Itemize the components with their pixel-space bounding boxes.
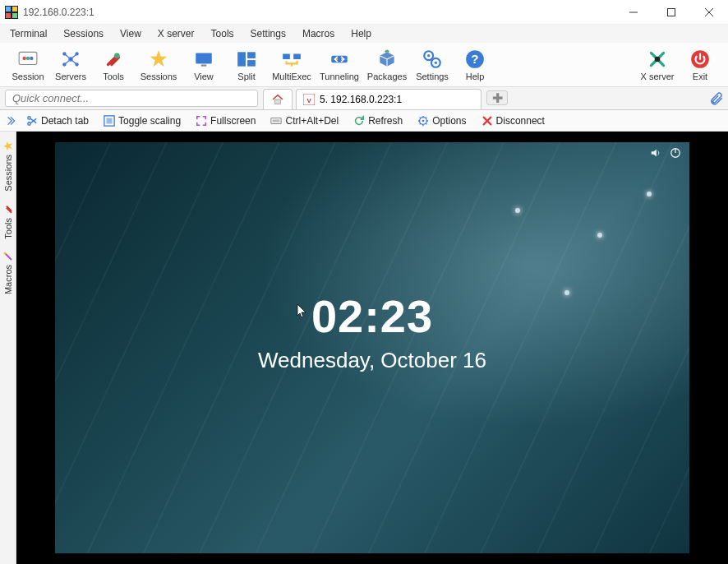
svg-rect-21 <box>237 52 246 66</box>
quick-connect-input[interactable] <box>5 90 258 107</box>
tool-label: Help <box>466 72 485 81</box>
main-area: Sessions Tools Macros 02:23 Wednesday, O… <box>0 132 728 564</box>
new-tab-button[interactable]: ✚ <box>486 90 508 105</box>
refresh-button[interactable]: Refresh <box>347 113 409 128</box>
menu-tools[interactable]: Tools <box>203 26 242 41</box>
svg-rect-42 <box>271 118 281 123</box>
tool-label: Settings <box>416 72 449 81</box>
ctrl-alt-del-button[interactable]: Ctrl+Alt+Del <box>264 113 345 128</box>
tool-multiexec[interactable]: MultiExec <box>268 49 316 81</box>
tool-label: MultiExec <box>272 72 311 81</box>
session-icon <box>17 49 39 70</box>
tool-xserver[interactable]: X server <box>636 49 679 81</box>
action-label: Ctrl+Alt+Del <box>285 115 339 127</box>
remote-cursor <box>297 303 308 318</box>
menu-settings[interactable]: Settings <box>242 26 294 41</box>
scissors-icon <box>26 115 38 127</box>
tool-help[interactable]: ?Help <box>454 49 496 81</box>
side-tab-sessions[interactable]: Sessions <box>2 135 15 198</box>
star-icon <box>3 141 13 151</box>
tool-exit[interactable]: Exit <box>679 49 721 81</box>
svg-point-12 <box>30 56 33 59</box>
svg-rect-23 <box>247 60 256 67</box>
svg-point-10 <box>23 56 26 59</box>
side-tabs: Sessions Tools Macros <box>0 132 16 564</box>
svg-rect-20 <box>201 64 207 66</box>
power-icon[interactable] <box>670 147 681 159</box>
tool-label: Split <box>237 72 255 81</box>
session-tab[interactable]: V 5. 192.168.0.223:1 <box>296 89 481 109</box>
action-label: Fullscreen <box>210 115 256 127</box>
toggle-scaling-button[interactable]: Toggle scaling <box>97 113 187 128</box>
side-tab-tools[interactable]: Tools <box>2 198 15 246</box>
menu-terminal[interactable]: Terminal <box>2 26 55 41</box>
svg-rect-35 <box>275 99 281 104</box>
svg-point-39 <box>28 122 31 125</box>
svg-point-30 <box>435 61 437 63</box>
scaling-icon <box>104 115 115 127</box>
svg-point-11 <box>26 56 30 59</box>
menu-xserver[interactable]: X server <box>150 26 203 41</box>
volume-icon[interactable] <box>650 147 661 159</box>
power-icon <box>689 49 711 70</box>
packages-icon <box>376 49 398 70</box>
menu-sessions[interactable]: Sessions <box>55 26 112 41</box>
session-tab-label: 5. 192.168.0.223:1 <box>320 94 402 105</box>
action-label: Disconnect <box>496 115 545 127</box>
tool-tunneling[interactable]: Tunneling <box>316 49 363 81</box>
action-label: Toggle scaling <box>118 115 181 127</box>
tool-label: Exit <box>693 72 707 81</box>
tool-packages[interactable]: Packages <box>363 49 411 81</box>
minimize-button[interactable] <box>615 0 652 24</box>
tool-settings[interactable]: Settings <box>411 49 454 81</box>
tool-servers[interactable]: Servers <box>49 49 92 81</box>
menu-view[interactable]: View <box>112 26 150 41</box>
clock-date: Wednesday, October 16 <box>258 348 486 373</box>
action-label: Refresh <box>368 115 403 127</box>
tool-label: Sessions <box>141 72 177 81</box>
attach-button[interactable] <box>705 87 728 109</box>
split-icon <box>236 49 257 70</box>
tool-label: View <box>194 72 214 81</box>
svg-text:?: ? <box>471 52 478 66</box>
svg-rect-26 <box>331 55 348 62</box>
app-icon <box>5 6 18 19</box>
tool-sessions[interactable]: Sessions <box>135 49 182 81</box>
disconnect-icon <box>481 115 493 127</box>
vnc-viewport[interactable]: 02:23 Wednesday, October 16 <box>16 132 728 564</box>
home-tab[interactable] <box>263 89 293 109</box>
svg-rect-6 <box>668 8 675 16</box>
detach-tab-button[interactable]: Detach tab <box>20 113 95 128</box>
menu-help[interactable]: Help <box>343 26 380 41</box>
plus-icon: ✚ <box>492 90 503 106</box>
keyboard-icon <box>270 115 282 127</box>
remote-desktop[interactable]: 02:23 Wednesday, October 16 <box>55 142 689 553</box>
lock-screen-clock: 02:23 Wednesday, October 16 <box>258 289 486 373</box>
side-tab-macros[interactable]: Macros <box>2 245 15 301</box>
action-label: Detach tab <box>41 115 89 127</box>
tool-session[interactable]: Session <box>7 49 49 81</box>
svg-rect-22 <box>247 52 256 58</box>
view-icon <box>193 49 214 70</box>
svg-rect-2 <box>12 7 17 12</box>
window-titlebar: 192.168.0.223:1 <box>0 0 728 25</box>
disconnect-button[interactable]: Disconnect <box>475 113 551 128</box>
menu-macros[interactable]: Macros <box>294 26 343 41</box>
tool-view[interactable]: View <box>182 49 225 81</box>
svg-point-33 <box>655 56 661 62</box>
maximize-button[interactable] <box>652 0 690 24</box>
refresh-icon <box>353 115 365 127</box>
tool-tools[interactable]: Tools <box>92 49 135 81</box>
close-button[interactable] <box>690 0 728 24</box>
options-button[interactable]: Options <box>411 113 472 128</box>
fullscreen-button[interactable]: Fullscreen <box>189 113 262 128</box>
clock-time: 02:23 <box>258 289 486 343</box>
fullscreen-icon <box>196 115 207 127</box>
collapse-sidebar-button[interactable] <box>3 115 18 127</box>
tool-split[interactable]: Split <box>225 49 268 81</box>
home-icon <box>271 93 284 106</box>
wand-icon <box>3 252 13 261</box>
side-label: Sessions <box>3 155 13 192</box>
svg-point-47 <box>3 252 6 255</box>
tool-label: Session <box>12 72 44 81</box>
